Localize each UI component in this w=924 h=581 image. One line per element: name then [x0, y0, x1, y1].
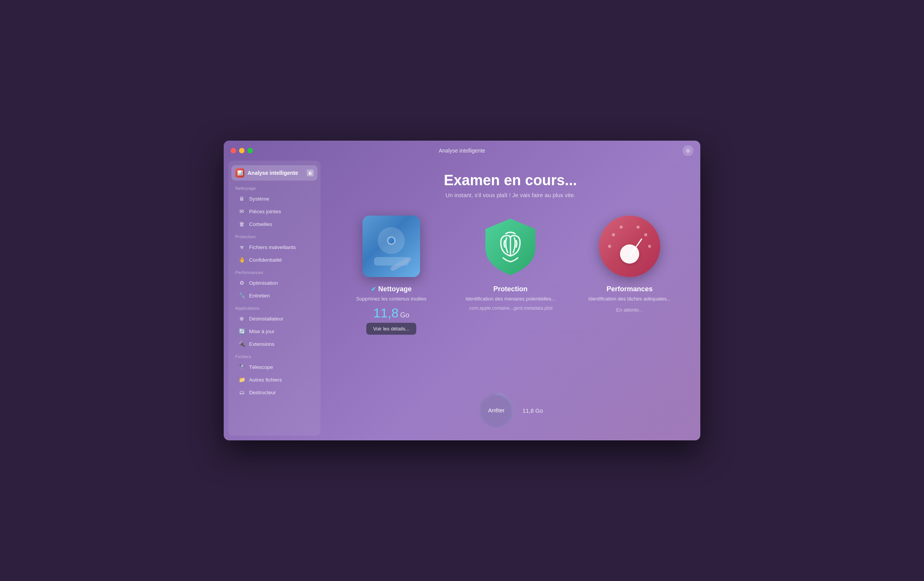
- sidebar-item-corbeilles-label: Corbeilles: [249, 221, 272, 227]
- sidebar-item-fichiers-malveillants[interactable]: ☣ Fichiers malveillants: [231, 241, 317, 253]
- content-area: 📊 Analyse intelligente ◐ Nettoyage 🖥 Sys…: [224, 161, 700, 440]
- sidebar-item-confidentialite[interactable]: 🤚 Confidentialité: [231, 254, 317, 266]
- sidebar-active-item[interactable]: 📊 Analyse intelligente ◐: [231, 165, 317, 181]
- sidebar-item-desinstallateur[interactable]: ⊕ Désinstallateur: [231, 312, 317, 325]
- voir-details-button[interactable]: Voir les détails...: [366, 323, 417, 335]
- main-content: Examen en cours... Un instant, s'il vous…: [321, 161, 700, 440]
- titlebar: Analyse intelligente ⚙: [224, 141, 700, 161]
- svg-point-3: [648, 245, 651, 248]
- sidebar-item-desinstallateur-label: Désinstallateur: [249, 316, 283, 322]
- protection-card-name: Protection: [493, 285, 527, 293]
- confidentialite-icon: 🤚: [238, 256, 245, 263]
- svg-point-2: [620, 226, 623, 229]
- shield-icon: [482, 216, 539, 277]
- check-icon: ✔: [371, 286, 376, 293]
- gauge-icon: [599, 216, 660, 277]
- sidebar-item-optimisation-label: Optimisation: [249, 280, 278, 286]
- card-performances: Performances Identification des tâches a…: [576, 214, 683, 313]
- sidebar-item-systeme[interactable]: 🖥 Système: [231, 193, 317, 205]
- sidebar-item-pieces-jointes[interactable]: ✉ Pièces jointes: [231, 205, 317, 217]
- malveillants-icon: ☣: [238, 244, 245, 251]
- optimisation-icon: ⚙: [238, 279, 245, 286]
- mise-a-jour-icon: 🔄: [238, 328, 245, 335]
- svg-point-5: [636, 226, 640, 229]
- nettoyage-size: 11,8 Go: [373, 305, 409, 320]
- sidebar-item-mise-a-jour-label: Mise à jour: [249, 329, 274, 334]
- autres-fichiers-icon: 📁: [238, 376, 245, 383]
- close-button[interactable]: [231, 148, 236, 153]
- svg-point-0: [608, 245, 611, 248]
- minimize-button[interactable]: [239, 148, 244, 153]
- titlebar-right: ⚙: [683, 145, 693, 156]
- corbeilles-icon: 🗑: [238, 221, 245, 227]
- sidebar: 📊 Analyse intelligente ◐ Nettoyage 🖥 Sys…: [228, 161, 321, 436]
- page-subtitle: Un instant, s'il vous plaît ! Je vais fa…: [445, 192, 575, 198]
- cards-row: ✔ Nettoyage Supprimez les contenus inuti…: [337, 214, 683, 335]
- nettoyage-icon-area: [359, 214, 424, 279]
- protection-card-desc: Identification des menaces potentielles.…: [465, 295, 555, 302]
- sidebar-item-telescope-label: Télescope: [249, 364, 273, 370]
- entretien-icon: 🔧: [238, 292, 245, 299]
- sidebar-item-corbeilles[interactable]: 🗑 Corbeilles: [231, 218, 317, 230]
- stop-button[interactable]: Arrêter: [479, 393, 514, 428]
- window-title: Analyse intelligente: [439, 148, 485, 154]
- telescope-icon: 🔭: [238, 364, 245, 370]
- section-nettoyage: Nettoyage: [228, 182, 321, 192]
- performances-card-desc: Identification des tâches adéquates...: [588, 295, 671, 302]
- sidebar-item-destructeur[interactable]: 🗂 Destructeur: [231, 386, 317, 398]
- sidebar-item-malveillants-label: Fichiers malveillants: [249, 244, 296, 250]
- sidebar-item-destructeur-label: Destructeur: [249, 390, 276, 395]
- section-applications: Applications: [228, 302, 321, 312]
- sidebar-item-extensions-label: Extensions: [249, 341, 274, 347]
- systeme-icon: 🖥: [238, 195, 245, 202]
- svg-point-1: [612, 233, 615, 236]
- card-protection: Protection Identification des menaces po…: [457, 214, 564, 314]
- sidebar-item-confidentialite-label: Confidentialité: [249, 257, 282, 263]
- section-performances: Performances: [228, 266, 321, 276]
- sidebar-item-optimisation[interactable]: ⚙ Optimisation: [231, 277, 317, 289]
- performances-icon-area: [597, 214, 662, 279]
- sidebar-item-entretien-label: Entretien: [249, 293, 270, 299]
- settings-button[interactable]: ⚙: [683, 145, 693, 156]
- protection-icon-area: [478, 214, 543, 279]
- section-protection: Protection: [228, 231, 321, 241]
- nettoyage-card-name: ✔ Nettoyage: [371, 285, 412, 293]
- sidebar-item-extensions[interactable]: 🔌 Extensions: [231, 338, 317, 350]
- destructeur-icon: 🗂: [238, 389, 245, 396]
- extensions-icon: 🔌: [238, 340, 245, 347]
- main-window: Analyse intelligente ⚙ 📊 Analyse intelli…: [224, 141, 700, 440]
- disk-icon: [362, 216, 420, 277]
- gauge-center: [620, 244, 639, 264]
- disk-dot: [387, 236, 396, 245]
- traffic-lights: [231, 148, 253, 153]
- sidebar-item-autres-fichiers[interactable]: 📁 Autres fichiers: [231, 374, 317, 386]
- sidebar-item-pieces-label: Pièces jointes: [249, 209, 281, 214]
- pieces-jointes-icon: ✉: [238, 208, 245, 215]
- sidebar-item-mise-a-jour[interactable]: 🔄 Mise à jour: [231, 325, 317, 337]
- sidebar-item-entretien[interactable]: 🔧 Entretien: [231, 289, 317, 302]
- maximize-button[interactable]: [248, 148, 253, 153]
- sidebar-toggle[interactable]: ◐: [307, 169, 314, 176]
- analyse-icon: 📊: [235, 168, 244, 178]
- protection-file: .com.apple.containe...gerd.metadata.plis…: [468, 305, 552, 311]
- sidebar-item-telescope[interactable]: 🔭 Télescope: [231, 361, 317, 373]
- desinstallateur-icon: ⊕: [238, 315, 245, 322]
- progress-ring-container: Arrêter: [478, 392, 515, 429]
- nettoyage-card-desc: Supprimez les contenus inutiles: [356, 295, 427, 302]
- page-title: Examen en cours...: [444, 172, 577, 189]
- disk-circle: [378, 227, 405, 254]
- progress-size-label: 11,8 Go: [522, 407, 543, 414]
- bottom-section: Arrêter 11,8 Go: [478, 392, 543, 429]
- section-fichiers: Fichiers: [228, 350, 321, 360]
- sidebar-active-label: Analyse intelligente: [248, 170, 298, 176]
- svg-point-4: [644, 233, 647, 236]
- card-nettoyage: ✔ Nettoyage Supprimez les contenus inuti…: [337, 214, 445, 335]
- performances-pending: En attente...: [616, 307, 643, 313]
- sidebar-item-systeme-label: Système: [249, 196, 269, 202]
- sidebar-item-autres-fichiers-label: Autres fichiers: [249, 377, 282, 383]
- performances-card-name: Performances: [607, 285, 653, 293]
